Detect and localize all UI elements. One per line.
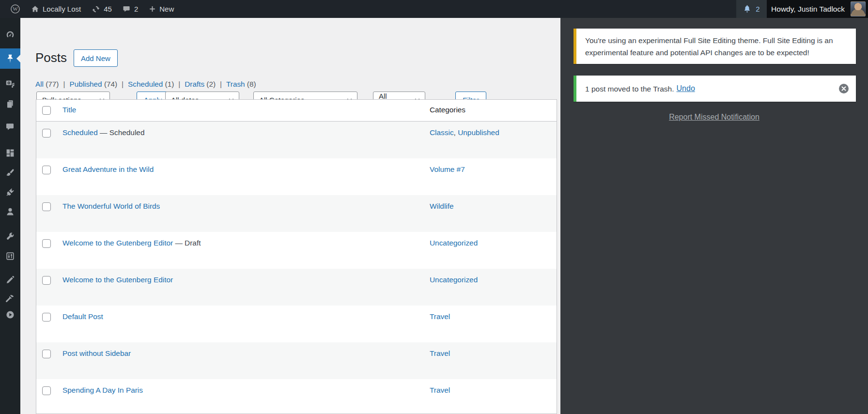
row-checkbox[interactable] (42, 350, 51, 358)
post-title-link[interactable]: Post without Sidebar (62, 349, 131, 357)
posts-table: Title Categories Scheduled — ScheduledCl… (36, 99, 557, 414)
row-checkbox[interactable] (42, 386, 51, 395)
categories-column-header: Categories (430, 106, 465, 114)
post-title-link[interactable]: Welcome to the Gutenberg Editor (62, 239, 173, 247)
category-link[interactable]: Uncategorized (430, 276, 478, 284)
account-menu[interactable]: Howdy, Justin Tadlock (767, 0, 868, 18)
category-link[interactable]: Travel (430, 312, 450, 321)
filter-link-published[interactable]: Published (74) (69, 80, 117, 89)
wordpress-logo-icon: W (10, 4, 20, 14)
category-link[interactable]: Uncategorized (430, 239, 478, 247)
success-notice-text: 1 post moved to the Trash. (585, 83, 674, 95)
post-title-link[interactable]: Great Adventure in the Wild (62, 165, 154, 173)
filter-link-all[interactable]: All (77) (35, 80, 59, 89)
sidebar-item-dashboard[interactable] (0, 26, 20, 44)
sidebar-item-edit[interactable] (0, 271, 20, 289)
filter-label: Scheduled (128, 80, 163, 88)
category-link[interactable]: Travel (430, 386, 450, 394)
select-all-checkbox[interactable] (42, 106, 51, 115)
sidebar-item-plugins[interactable] (0, 183, 20, 201)
filter-link-drafts[interactable]: Drafts (2) (185, 80, 216, 89)
table-row: Scheduled — ScheduledClassic, Unpublishe… (36, 122, 557, 158)
filter-label: Published (69, 80, 102, 88)
row-checkbox[interactable] (42, 202, 51, 211)
sidebar-item-pages[interactable] (0, 95, 20, 113)
sort-by-title-link[interactable]: Title (62, 106, 76, 114)
title-cell: Default Post (62, 312, 103, 321)
warning-notice-text: You're using an experimental Full Site E… (585, 34, 849, 59)
sidebar-item-collapse[interactable] (0, 306, 20, 324)
category-link[interactable]: Classic (430, 128, 454, 137)
categories-cell: Classic, Unpublished (430, 128, 499, 137)
settings-icon (5, 251, 15, 261)
comments-count: 2 (134, 5, 138, 13)
categories-cell: Uncategorized (430, 276, 478, 284)
comment-bubble-icon (123, 5, 131, 13)
table-row: Welcome to the Gutenberg EditorUncategor… (36, 269, 557, 306)
user-icon (5, 207, 15, 216)
new-menu[interactable]: New (143, 0, 179, 18)
updates-menu[interactable]: 45 (86, 0, 117, 18)
row-checkbox[interactable] (42, 129, 51, 138)
row-checkbox[interactable] (42, 239, 51, 248)
sidebar-item-appearance[interactable] (0, 164, 20, 182)
undo-link[interactable]: Undo (677, 84, 695, 93)
report-missed-notification-link[interactable]: Report Missed Notification (669, 113, 760, 121)
category-link[interactable]: Travel (430, 349, 450, 357)
filter-link-trash[interactable]: Trash (8) (226, 80, 256, 89)
row-checkbox[interactable] (42, 166, 51, 174)
main-content: Posts Add New All (77)|Published (74)|Sc… (20, 18, 560, 414)
updates-icon (92, 5, 100, 14)
table-row: Spending A Day In ParisTravel (36, 379, 557, 414)
row-checkbox[interactable] (42, 276, 51, 285)
row-checkbox[interactable] (42, 313, 51, 322)
pushpin-icon (5, 54, 15, 63)
admin-sidebar (0, 18, 20, 414)
sidebar-item-tools[interactable] (0, 228, 20, 246)
post-title-link[interactable]: Default Post (62, 312, 103, 321)
category-link[interactable]: Wildlife (430, 202, 454, 210)
notification-hub-button[interactable]: 2 (736, 0, 767, 18)
sidebar-item-layout[interactable] (0, 144, 20, 162)
post-state: — Draft (175, 239, 201, 247)
post-title-link[interactable]: Spending A Day In Paris (62, 386, 143, 394)
categories-cell: Travel (430, 349, 450, 358)
pencil-icon (5, 275, 15, 285)
comments-menu[interactable]: 2 (117, 0, 143, 18)
filter-count: (74) (104, 80, 117, 88)
filter-count: (8) (247, 80, 256, 88)
filter-link-scheduled[interactable]: Scheduled (1) (128, 80, 174, 89)
title-cell: Welcome to the Gutenberg Editor (62, 276, 173, 284)
post-title-link[interactable]: The Wonderful World of Birds (62, 202, 160, 210)
table-row: Welcome to the Gutenberg Editor — DraftU… (36, 232, 557, 269)
plugin-icon (5, 187, 15, 197)
sidebar-item-posts[interactable] (0, 48, 20, 69)
post-title-link[interactable]: Scheduled (62, 128, 98, 137)
dismiss-notice-button[interactable] (839, 84, 849, 93)
table-row: Default PostTravel (36, 306, 557, 342)
categories-cell: Travel (430, 386, 450, 395)
pages-icon (5, 99, 15, 109)
howdy-text: Howdy, Justin Tadlock (771, 5, 845, 14)
sidebar-item-users[interactable] (0, 202, 20, 221)
filter-count: (2) (206, 80, 216, 88)
category-link[interactable]: Unpublished (458, 128, 499, 137)
sidebar-item-settings[interactable] (0, 247, 20, 265)
categories-cell: Travel (430, 312, 450, 321)
title-cell: Scheduled — Scheduled (62, 128, 144, 137)
admin-bar: W Locally Lost 45 2 New (0, 0, 868, 18)
sidebar-item-comments[interactable] (0, 118, 20, 136)
updates-count: 45 (104, 5, 112, 13)
add-new-button[interactable]: Add New (74, 49, 118, 67)
category-link[interactable]: Volume #7 (430, 165, 465, 173)
wordpress-menu[interactable]: W (5, 0, 26, 18)
site-menu[interactable]: Locally Lost (26, 0, 86, 18)
plus-icon (149, 5, 156, 13)
sidebar-item-media[interactable] (0, 74, 20, 92)
post-title-link[interactable]: Welcome to the Gutenberg Editor (62, 276, 173, 284)
wrench-icon (5, 232, 15, 242)
filter-label: All (35, 80, 44, 88)
play-circle-icon (5, 310, 15, 320)
filter-label: Drafts (185, 80, 204, 88)
title-cell: Post without Sidebar (62, 349, 131, 358)
